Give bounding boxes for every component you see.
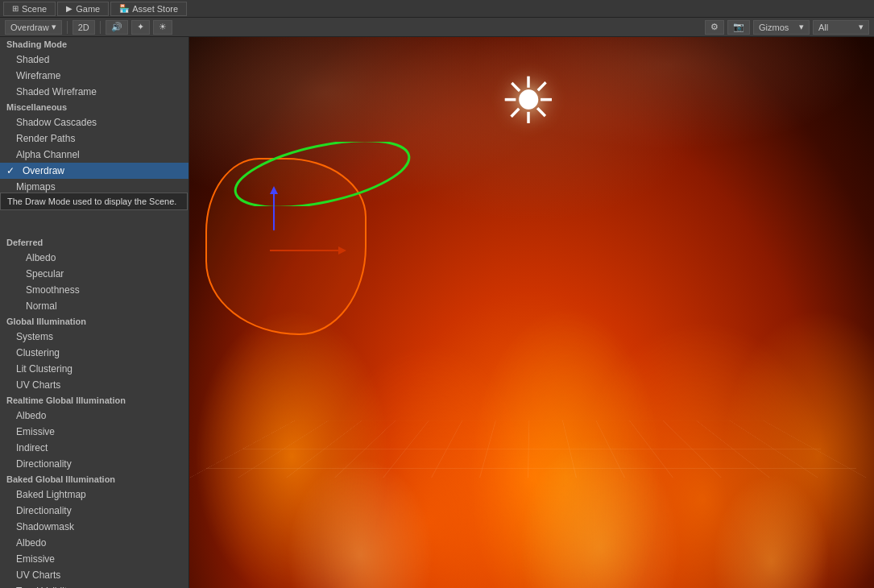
menu-item-normal[interactable]: Normal	[0, 298, 188, 314]
gizmos-dropdown[interactable]: Gizmos ▾	[753, 20, 810, 35]
realtime-gi-header: Realtime Global Illumination	[0, 393, 188, 408]
menu-item-shaded[interactable]: Shaded	[0, 52, 188, 68]
audio-button[interactable]: 🔊	[106, 20, 128, 35]
menu-item-wireframe[interactable]: Wireframe	[0, 68, 188, 84]
menu-item-overdraw[interactable]: Overdraw	[0, 163, 188, 179]
menu-item-uv-charts-bgi[interactable]: UV Charts	[0, 567, 188, 583]
menu-item-uv-charts-gi[interactable]: UV Charts	[0, 377, 188, 393]
chevron-down-icon: ▾	[52, 22, 56, 32]
scene-toolbar: Overdraw ▾ 2D 🔊 ✦ ☀ ⚙ 📷 Gizmos ▾ All ▾	[0, 18, 874, 37]
menu-item-indirect[interactable]: Indirect	[0, 440, 188, 456]
svg-point-4	[230, 142, 415, 206]
settings-button[interactable]: ⚙	[705, 20, 724, 35]
scene-icon: ⊞	[12, 4, 19, 13]
annotation-ellipse	[230, 142, 415, 206]
menu-item-clustering[interactable]: Clustering	[0, 345, 188, 361]
effects-button[interactable]: ✦	[131, 20, 150, 35]
global-illumination-header: Global Illumination	[0, 314, 188, 329]
layers-dropdown[interactable]: All ▾	[813, 20, 869, 35]
scene-lighting-button[interactable]: ☀	[153, 20, 172, 35]
menu-item-shadowmask[interactable]: Shadowmask	[0, 519, 188, 535]
menu-item-alpha-channel[interactable]: Alpha Channel	[0, 147, 188, 163]
baked-gi-header: Baked Global Illumination	[0, 472, 188, 487]
separator-2	[100, 21, 101, 34]
tab-asset-store[interactable]: 🏪 Asset Store	[110, 2, 187, 16]
tab-bar: ⊞ Scene ▶ Game 🏪 Asset Store	[0, 0, 874, 18]
menu-item-systems[interactable]: Systems	[0, 329, 188, 345]
menu-item-shadow-cascades[interactable]: Shadow Cascades	[0, 114, 188, 130]
draw-mode-dropdown[interactable]: Overdraw ▾	[5, 20, 62, 35]
menu-item-directionality-bgi[interactable]: Directionality	[0, 503, 188, 519]
menu-item-shaded-wireframe[interactable]: Shaded Wireframe	[0, 84, 188, 100]
tab-scene[interactable]: ⊞ Scene	[3, 2, 56, 16]
dimension-toggle[interactable]: 2D	[72, 20, 95, 35]
sun-icon: ☀	[499, 69, 564, 134]
store-icon: 🏪	[119, 4, 129, 13]
tooltip-bar: The Draw Mode used to display the Scene.	[0, 193, 188, 210]
menu-item-emissive-rgi[interactable]: Emissive	[0, 424, 188, 440]
red-arrow	[270, 242, 350, 259]
draw-mode-menu: Shading Mode Shaded Wireframe Shaded Wir…	[0, 37, 189, 588]
scene-viewport[interactable]: ☀	[189, 37, 874, 588]
menu-item-lit-clustering[interactable]: Lit Clustering	[0, 361, 188, 377]
settings-icon: ⚙	[710, 22, 719, 32]
menu-item-render-paths[interactable]: Render Paths	[0, 130, 188, 147]
separator-1	[67, 21, 68, 34]
menu-item-albedo-def[interactable]: Albedo	[0, 250, 188, 266]
main-area: Shading Mode Shaded Wireframe Shaded Wir…	[0, 37, 874, 588]
camera-button[interactable]: 📷	[727, 20, 750, 35]
chevron-down-icon-3: ▾	[859, 22, 864, 32]
menu-item-directionality-rgi[interactable]: Directionality	[0, 456, 188, 472]
svg-marker-3	[338, 246, 346, 255]
menu-item-emissive-bgi[interactable]: Emissive	[0, 551, 188, 567]
tab-game[interactable]: ▶ Game	[57, 2, 109, 16]
menu-item-smoothness[interactable]: Smoothness	[0, 282, 188, 298]
menu-item-specular[interactable]: Specular	[0, 266, 188, 282]
shading-mode-header: Shading Mode	[0, 37, 188, 52]
deferred-header: Deferred	[0, 235, 188, 250]
menu-item-texel-validity[interactable]: Texel Validity	[0, 583, 188, 588]
menu-item-albedo-rgi[interactable]: Albedo	[0, 408, 188, 424]
lighting-icon: ☀	[159, 22, 167, 32]
chevron-down-icon-2: ▾	[799, 22, 804, 32]
camera-icon: 📷	[733, 22, 744, 32]
menu-item-albedo-bgi[interactable]: Albedo	[0, 535, 188, 551]
miscellaneous-header: Miscellaneous	[0, 100, 188, 114]
menu-item-baked-lightmap[interactable]: Baked Lightmap	[0, 487, 188, 503]
game-icon: ▶	[66, 4, 72, 13]
effects-icon: ✦	[137, 22, 144, 32]
audio-icon: 🔊	[111, 22, 122, 32]
